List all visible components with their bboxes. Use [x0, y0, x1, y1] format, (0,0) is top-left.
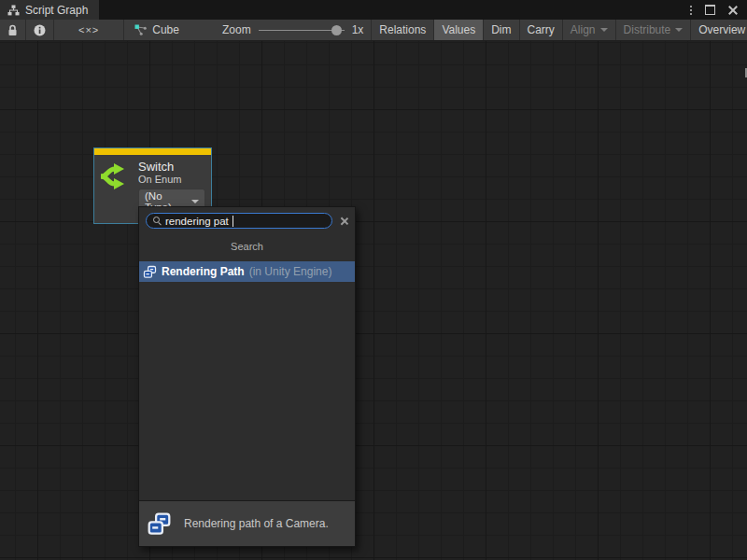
carry-label: Carry	[528, 23, 555, 36]
lock-button[interactable]	[0, 20, 26, 40]
values-button[interactable]: Values	[434, 20, 484, 40]
node-title: Switch	[138, 160, 205, 174]
edit-unit-button[interactable]: <×>	[54, 20, 124, 40]
graph-name-label: Cube	[152, 23, 179, 36]
script-graph-window: Script Graph	[0, 0, 747, 560]
overview-label: Overview	[698, 23, 745, 36]
search-result-row[interactable]: Rendering Path (in Unity Engine)	[139, 261, 355, 282]
carry-button[interactable]: Carry	[520, 20, 563, 40]
search-query-text: rendering pat	[165, 216, 229, 227]
results-empty-area	[139, 282, 355, 500]
zoom-label: Zoom	[222, 23, 251, 36]
code-icon: <×>	[62, 24, 116, 35]
chevron-down-icon	[600, 28, 608, 32]
text-caret	[233, 216, 233, 227]
footer-description: Rendering path of a Camera.	[184, 517, 329, 530]
popup-footer: Rendering path of a Camera.	[139, 501, 355, 546]
graph-breadcrumb[interactable]: Cube	[124, 20, 189, 40]
node-subtitle: On Enum	[138, 174, 205, 186]
maximize-icon[interactable]	[705, 5, 715, 15]
chevron-down-icon	[675, 28, 683, 32]
enum-icon-large	[147, 511, 172, 537]
tab-title: Script Graph	[25, 4, 88, 17]
dim-button[interactable]: Dim	[484, 20, 519, 40]
type-search-popup: rendering pat Search Rendering Path (in …	[138, 206, 356, 547]
overview-button[interactable]: Overview	[691, 20, 747, 40]
window-controls	[690, 0, 747, 20]
close-icon[interactable]	[728, 6, 738, 15]
distribute-label: Distribute	[624, 23, 671, 36]
result-context: (in Unity Engine)	[249, 265, 332, 278]
script-graph-icon	[7, 5, 20, 16]
relations-button[interactable]: Relations	[371, 20, 434, 40]
relations-label: Relations	[379, 23, 426, 36]
info-icon	[34, 24, 46, 36]
dim-label: Dim	[491, 23, 511, 36]
lock-icon	[7, 24, 18, 36]
align-label: Align	[571, 23, 596, 36]
graph-canvas[interactable]: Switch On Enum (No Type) rendering pat	[0, 41, 747, 560]
zoom-control: Zoom 1x	[189, 20, 371, 40]
chevron-down-icon	[191, 200, 199, 203]
info-button[interactable]	[26, 20, 54, 40]
search-icon	[153, 217, 162, 225]
search-input[interactable]: rendering pat	[146, 213, 332, 229]
graph-toolbar: <×> Cube Zoom 1x Relations	[0, 20, 747, 41]
zoom-slider[interactable]	[259, 20, 345, 41]
values-label: Values	[442, 23, 475, 36]
search-section-header: Search	[139, 232, 355, 261]
tab-script-graph[interactable]: Script Graph	[0, 0, 99, 20]
align-dropdown[interactable]: Align	[563, 20, 616, 40]
result-name: Rendering Path	[162, 265, 245, 278]
node-header-bar	[94, 148, 211, 155]
enum-icon	[143, 265, 157, 279]
menu-kebab-icon[interactable]	[690, 6, 692, 15]
switch-icon	[100, 160, 131, 193]
graph-icon	[134, 23, 148, 36]
tab-bar: Script Graph	[0, 0, 747, 20]
distribute-dropdown[interactable]: Distribute	[616, 20, 692, 40]
zoom-slider-handle[interactable]	[331, 25, 342, 35]
zoom-value: 1x	[352, 23, 364, 36]
toolbar-right-group: Relations Values Dim Carry Align Distrib…	[371, 20, 747, 40]
clear-search-icon[interactable]	[339, 216, 350, 227]
